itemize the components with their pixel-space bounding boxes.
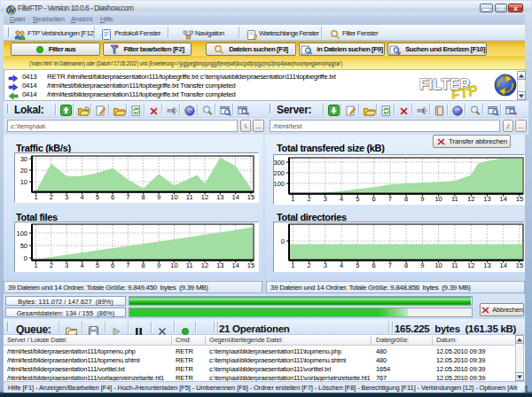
svg-text:9: 9 [157,261,160,269]
svg-text:8: 8 [404,261,408,269]
svg-text:15: 15 [516,195,523,203]
svg-text:100: 100 [16,230,27,237]
svg-text:20: 20 [20,167,27,175]
svg-text:2: 2 [308,195,311,203]
svg-text:10: 10 [434,261,442,269]
svg-text:4: 4 [340,261,343,269]
svg-text:10: 10 [434,195,442,203]
svg-text:13: 13 [216,193,223,201]
svg-text:4: 4 [340,195,343,203]
svg-text:6: 6 [372,261,376,269]
svg-text:300: 300 [274,159,285,167]
svg-text:10: 10 [20,178,27,186]
svg-text:14: 14 [232,193,239,201]
svg-text:13: 13 [483,195,490,203]
svg-text:9: 9 [420,261,424,269]
svg-text:50: 50 [20,242,27,250]
svg-text:12: 12 [467,195,474,203]
svg-text:2: 2 [50,193,53,201]
svg-text:6: 6 [111,261,114,269]
svg-text:3: 3 [65,193,68,201]
svg-text:15: 15 [516,261,523,269]
svg-text:11: 11 [186,193,193,201]
svg-text:8: 8 [404,195,408,203]
svg-text:7: 7 [126,261,129,269]
svg-text:5: 5 [96,193,99,201]
svg-text:6: 6 [372,195,376,203]
svg-text:1: 1 [34,261,37,269]
svg-text:12: 12 [467,261,474,269]
svg-text:7: 7 [388,195,392,203]
svg-text:8: 8 [142,193,145,201]
svg-text:9: 9 [420,195,424,203]
svg-text:3: 3 [65,261,68,269]
svg-text:0: 0 [281,237,285,245]
svg-text:11: 11 [451,195,458,203]
svg-text:4: 4 [80,261,83,269]
svg-text:10: 10 [170,261,177,269]
svg-text:2: 2 [50,261,53,269]
svg-text:100: 100 [274,180,285,188]
svg-text:1: 1 [291,195,294,203]
svg-text:11: 11 [186,261,193,269]
svg-text:0: 0 [24,254,27,262]
svg-text:15: 15 [247,261,254,269]
svg-text:15: 15 [247,193,254,201]
svg-text:9: 9 [157,193,160,201]
svg-text:7: 7 [126,193,129,201]
svg-text:30: 30 [20,155,27,163]
svg-text:3: 3 [324,195,327,203]
svg-text:14: 14 [500,195,507,203]
svg-text:1: 1 [34,193,37,201]
svg-text:14: 14 [232,261,239,269]
svg-text:4: 4 [80,193,83,201]
svg-text:5: 5 [96,261,99,269]
svg-text:13: 13 [216,261,223,269]
svg-text:13: 13 [483,261,490,269]
svg-text:6: 6 [111,193,114,201]
svg-text:2: 2 [308,261,311,269]
svg-text:11: 11 [451,261,458,269]
svg-text:10: 10 [170,193,177,201]
svg-text:7: 7 [388,261,392,269]
svg-text:1: 1 [291,261,294,269]
svg-text:14: 14 [500,261,507,269]
svg-text:5: 5 [356,195,359,203]
svg-text:5: 5 [356,261,359,269]
svg-text:12: 12 [201,193,208,201]
svg-text:200: 200 [274,169,285,177]
svg-text:3: 3 [324,261,327,269]
svg-text:8: 8 [142,261,145,269]
svg-text:12: 12 [201,261,208,269]
